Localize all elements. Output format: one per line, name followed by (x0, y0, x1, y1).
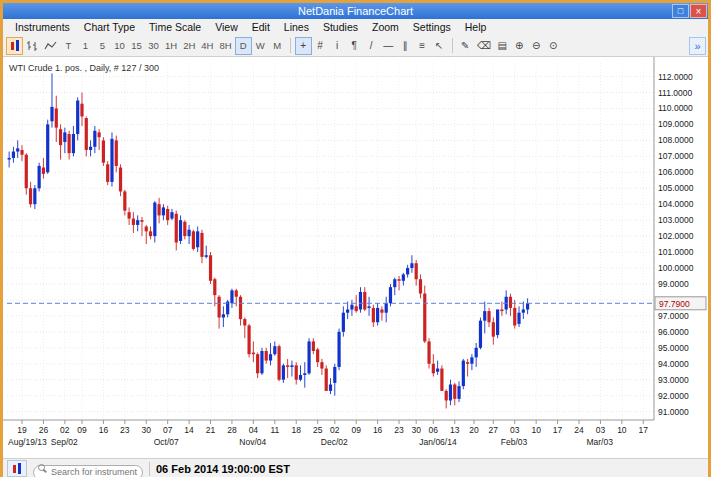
interval-1h-button[interactable]: 1H (162, 37, 180, 55)
trendline-button[interactable]: / (363, 37, 380, 55)
toolbar-buttons: T151015301H2H4H8HDWM+#i¶/—∥≡↖✎⌫▤⊕⊖⊙ (6, 37, 562, 55)
window-title: NetDania FinanceChart (3, 3, 708, 19)
annotation-button[interactable]: ¶ (346, 37, 363, 55)
grid-button[interactable]: # (312, 37, 329, 55)
candle-body (20, 150, 23, 155)
x-axis-day-label: 03 (596, 425, 606, 435)
candle-body (445, 391, 448, 401)
x-axis-day-label: 13 (450, 425, 460, 435)
zoom-reset-button[interactable]: ⊙ (545, 37, 562, 55)
candle-body (128, 212, 131, 218)
candlestick-glyph (11, 42, 14, 50)
candle-body (98, 132, 101, 137)
candle-body (55, 108, 58, 127)
candle-body (346, 310, 349, 313)
x-axis-day-label: 02 (330, 425, 340, 435)
x-axis-day-label: 18 (291, 425, 301, 435)
x-axis-day-label: 23 (394, 425, 404, 435)
menu-time-scale[interactable]: Time Scale (142, 21, 208, 33)
candle-body (350, 305, 353, 310)
candle-body (509, 297, 512, 308)
close-button[interactable]: × (690, 4, 707, 18)
candle-body (483, 311, 486, 321)
interval-monthly-button[interactable]: M (269, 37, 286, 55)
interval-2h-button[interactable]: 2H (180, 37, 198, 55)
candle-body (380, 310, 383, 313)
pencil-button[interactable]: ✎ (457, 37, 474, 55)
search-input[interactable] (33, 465, 143, 477)
toolbar: T151015301H2H4H8HDWM+#i¶/—∥≡↖✎⌫▤⊕⊖⊙ » (3, 35, 708, 57)
menu-chart-type[interactable]: Chart Type (77, 21, 142, 33)
interval-tick-button[interactable]: T (60, 37, 77, 55)
arrow-button[interactable]: ↖ (431, 37, 448, 55)
side-panel-button[interactable]: » (689, 37, 706, 55)
menu-studies[interactable]: Studies (316, 21, 365, 33)
candle-body (256, 354, 259, 373)
candle-body (517, 313, 520, 324)
x-axis-day-label: 24 (574, 425, 584, 435)
interval-10min-button[interactable]: 10 (111, 37, 128, 55)
menu-view[interactable]: View (208, 21, 245, 33)
candle-body (63, 132, 66, 142)
menu-zoom[interactable]: Zoom (365, 21, 406, 33)
menu-lines[interactable]: Lines (277, 21, 316, 33)
y-axis-label: 99.0000 (658, 279, 689, 289)
eraser-button[interactable]: ⌫ (474, 37, 494, 55)
fibonacci-button[interactable]: ≡ (414, 37, 431, 55)
x-axis-day-label: 17 (553, 425, 563, 435)
ohlc-glyph (26, 40, 38, 52)
interval-5min-button[interactable]: 5 (94, 37, 111, 55)
print-button[interactable]: ▤ (494, 37, 511, 55)
zoom-in-button[interactable]: ⊕ (511, 37, 528, 55)
interval-1min-button[interactable]: 1 (77, 37, 94, 55)
x-axis-day-label: 20 (469, 425, 479, 435)
channel-button[interactable]: ∥ (397, 37, 414, 55)
interval-8h-button[interactable]: 8H (216, 37, 234, 55)
candle-body (183, 222, 186, 236)
candle-body (72, 134, 75, 153)
candle-body (68, 134, 71, 153)
candle-body (526, 303, 529, 309)
interval-4h-button[interactable]: 4H (198, 37, 216, 55)
instrument-list-button[interactable] (7, 460, 27, 477)
candle-body (46, 124, 49, 172)
y-axis-label: 102.0000 (658, 231, 694, 241)
candle-body (453, 384, 456, 398)
toolbar-separator (290, 38, 291, 53)
x-axis-day-label: 02 (60, 425, 70, 435)
candle-body (102, 140, 105, 162)
x-axis-day-label: 25 (313, 425, 323, 435)
candle-body (470, 357, 473, 363)
zoom-out-button[interactable]: ⊖ (528, 37, 545, 55)
candle-body (423, 294, 426, 342)
menu-edit[interactable]: Edit (245, 21, 277, 33)
y-axis-label: 93.0000 (658, 375, 689, 385)
candle-body (475, 348, 478, 358)
candle-body (402, 274, 405, 280)
interval-15min-button[interactable]: 15 (128, 37, 145, 55)
line-chart-button[interactable] (41, 37, 60, 55)
horizontal-line-button[interactable]: — (380, 37, 397, 55)
interval-weekly-button[interactable]: W (252, 37, 269, 55)
candle-body (217, 297, 220, 318)
info-button[interactable]: i (329, 37, 346, 55)
interval-daily-button[interactable]: D (235, 37, 252, 55)
x-axis-month-label: Mar/03 (586, 437, 613, 447)
crosshair-button[interactable]: + (295, 37, 312, 55)
menu-instruments[interactable]: Instruments (8, 21, 77, 33)
candle-body (372, 308, 375, 322)
candle-body (432, 364, 435, 374)
bar-chart-button[interactable] (23, 37, 41, 55)
y-axis-label: 107.0000 (658, 151, 694, 161)
candle-body (162, 207, 165, 215)
menu-help[interactable]: Help (458, 21, 494, 33)
candle-body (119, 168, 122, 192)
menu-settings[interactable]: Settings (406, 21, 458, 33)
candle-body (282, 365, 285, 379)
interval-30min-button[interactable]: 30 (145, 37, 162, 55)
restore-button[interactable]: □ (672, 4, 689, 18)
candle-body (436, 369, 439, 372)
candlestick-chart-button[interactable] (6, 37, 23, 55)
candle-body (260, 351, 263, 373)
chart-svg[interactable]: 91.000092.000093.000094.000095.000096.00… (3, 57, 708, 454)
